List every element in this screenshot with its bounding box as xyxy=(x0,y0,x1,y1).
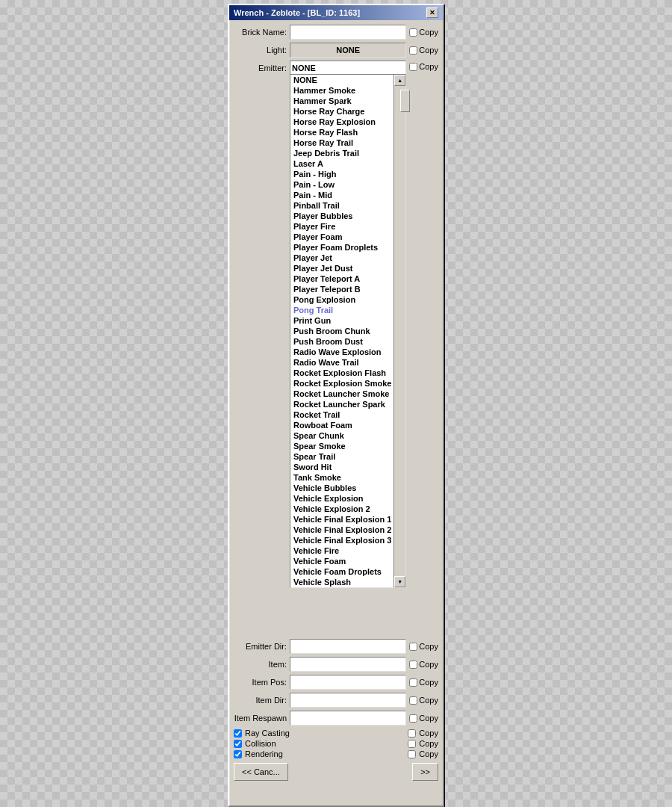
emitter-copy-checkbox[interactable] xyxy=(409,63,417,71)
item-pos-input[interactable] xyxy=(290,675,406,690)
list-item[interactable]: Rocket Explosion Smoke xyxy=(290,378,393,389)
item-respawn-copy-checkbox[interactable] xyxy=(409,714,417,723)
list-item[interactable]: Laser A xyxy=(290,158,393,169)
list-item[interactable]: Pinball Trail xyxy=(290,200,393,211)
list-item[interactable]: Spear Trail xyxy=(290,451,393,462)
list-item[interactable]: Jeep Debris Trail xyxy=(290,148,393,158)
list-item[interactable]: Vehicle Foam Droplets xyxy=(290,566,393,577)
list-item[interactable]: Vehicle Foam xyxy=(290,556,393,566)
list-item[interactable]: Spear Smoke xyxy=(290,441,393,451)
light-row: Light: NONE Copy xyxy=(234,43,438,58)
emitter-copy-label: Copy xyxy=(419,62,438,71)
rendering-copy-area: Copy xyxy=(408,749,438,758)
ray-casting-copy-checkbox[interactable] xyxy=(408,729,416,738)
list-item[interactable]: Vehicle Final Explosion 2 xyxy=(290,525,393,535)
scroll-thumb[interactable] xyxy=(400,90,410,112)
ray-casting-checkbox[interactable] xyxy=(234,729,242,738)
list-item[interactable]: Vehicle Final Explosion 3 xyxy=(290,535,393,545)
next-button[interactable]: >> xyxy=(412,763,438,781)
list-item[interactable]: Player Bubbles xyxy=(290,211,393,221)
item-input[interactable] xyxy=(290,657,406,672)
brick-name-copy-label: Copy xyxy=(419,28,438,37)
brick-name-copy-area: Copy xyxy=(409,28,438,37)
list-item[interactable]: Push Broom Dust xyxy=(290,336,393,347)
cancel-button[interactable]: << Canc... xyxy=(234,763,288,781)
brick-name-input[interactable] xyxy=(290,25,406,40)
list-item[interactable]: NONE xyxy=(290,75,393,85)
list-item[interactable]: Rocket Explosion Flash xyxy=(290,368,393,378)
list-item[interactable]: Pain - Mid xyxy=(290,190,393,200)
item-label: Item: xyxy=(234,660,290,669)
list-item[interactable]: Hammer Smoke xyxy=(290,85,393,96)
light-copy-area: Copy xyxy=(409,46,438,55)
list-item[interactable]: Pain - Low xyxy=(290,179,393,190)
list-item[interactable]: Rocket Trail xyxy=(290,409,393,420)
list-item[interactable]: Vehicle Final Explosion 1 xyxy=(290,514,393,525)
item-respawn-row: Item Respawn Copy xyxy=(234,711,438,726)
list-item[interactable]: Hammer Spark xyxy=(290,96,393,106)
list-item[interactable]: Horse Ray Explosion xyxy=(290,117,393,127)
item-dir-row: Item Dir: Copy xyxy=(234,693,438,708)
emitter-display[interactable]: NONE xyxy=(290,61,406,75)
emitter-dir-copy-checkbox[interactable] xyxy=(409,643,417,651)
emitter-dir-copy-label: Copy xyxy=(419,642,438,651)
emitter-dir-input[interactable] xyxy=(290,639,406,654)
list-item[interactable]: Player Teleport A xyxy=(290,273,393,284)
list-item[interactable]: Pain - High xyxy=(290,169,393,179)
light-value[interactable]: NONE xyxy=(290,43,406,58)
item-dir-input[interactable] xyxy=(290,693,406,708)
rendering-checkbox[interactable] xyxy=(234,750,242,758)
list-item[interactable]: Rowboat Foam xyxy=(290,420,393,430)
close-button[interactable]: ✕ xyxy=(426,7,438,18)
buttons-row: << Canc... >> xyxy=(234,763,438,781)
emitter-copy-area: Copy xyxy=(409,62,438,71)
list-item[interactable]: Vehicle Explosion 2 xyxy=(290,504,393,514)
brick-name-copy-checkbox[interactable] xyxy=(409,28,417,37)
list-item[interactable]: Spear Chunk xyxy=(290,430,393,441)
item-dir-copy-area: Copy xyxy=(409,696,438,705)
emitter-dropdown[interactable]: NONE NONEHammer SmokeHammer SparkHorse R… xyxy=(290,61,406,75)
list-item[interactable]: Pong Explosion xyxy=(290,294,393,305)
item-copy-label: Copy xyxy=(419,660,438,669)
list-item[interactable]: Horse Ray Charge xyxy=(290,106,393,117)
list-item[interactable]: Player Fire xyxy=(290,221,393,232)
item-pos-copy-checkbox[interactable] xyxy=(409,678,417,687)
list-item[interactable]: Player Teleport B xyxy=(290,284,393,294)
list-item[interactable]: Vehicle Splash xyxy=(290,577,393,587)
emitter-row: Emitter: NONE NONEHammer SmokeHammer Spa… xyxy=(234,61,438,75)
list-item[interactable]: Rocket Launcher Spark xyxy=(290,399,393,409)
list-item[interactable]: Horse Ray Flash xyxy=(290,127,393,137)
list-item[interactable]: Player Foam Droplets xyxy=(290,242,393,253)
list-item[interactable]: Pong Trail xyxy=(290,305,393,315)
window-content: Brick Name: Copy Light: NONE Copy Emitte… xyxy=(229,20,443,785)
emitter-scrollbar[interactable]: ▲ ▼ xyxy=(393,75,405,587)
list-item[interactable]: Rocket Launcher Smoke xyxy=(290,389,393,399)
list-item[interactable]: Player Jet Dust xyxy=(290,263,393,273)
list-item[interactable]: Vehicle Bubbles xyxy=(290,483,393,493)
collision-row: Collision Copy xyxy=(234,739,438,748)
rendering-copy-checkbox[interactable] xyxy=(408,750,416,758)
item-respawn-input[interactable] xyxy=(290,711,406,726)
list-item[interactable]: Vehicle Explosion xyxy=(290,493,393,504)
list-item[interactable]: Tank Smoke xyxy=(290,472,393,483)
scroll-up-button[interactable]: ▲ xyxy=(394,75,405,86)
item-dir-copy-checkbox[interactable] xyxy=(409,696,417,705)
list-item[interactable]: Print Gun xyxy=(290,315,393,326)
list-item[interactable]: Vehicle Fire xyxy=(290,545,393,556)
collision-copy-checkbox[interactable] xyxy=(408,740,416,748)
collision-checkbox[interactable] xyxy=(234,740,242,748)
list-item[interactable]: Push Broom Chunk xyxy=(290,326,393,336)
emitter-dir-copy-area: Copy xyxy=(409,642,438,651)
list-item[interactable]: Player Foam xyxy=(290,232,393,242)
list-item[interactable]: Radio Wave Explosion xyxy=(290,347,393,357)
list-item[interactable]: Player Jet xyxy=(290,253,393,263)
item-copy-checkbox[interactable] xyxy=(409,661,417,669)
list-item[interactable]: Horse Ray Trail xyxy=(290,137,393,148)
emitter-label: Emitter: xyxy=(234,64,290,72)
ray-casting-copy-area: Copy xyxy=(408,729,438,738)
rendering-row: Rendering Copy xyxy=(234,749,438,758)
list-item[interactable]: Sword Hit xyxy=(290,462,393,472)
scroll-down-button[interactable]: ▼ xyxy=(394,576,405,587)
light-copy-checkbox[interactable] xyxy=(409,46,417,55)
list-item[interactable]: Radio Wave Trail xyxy=(290,357,393,368)
